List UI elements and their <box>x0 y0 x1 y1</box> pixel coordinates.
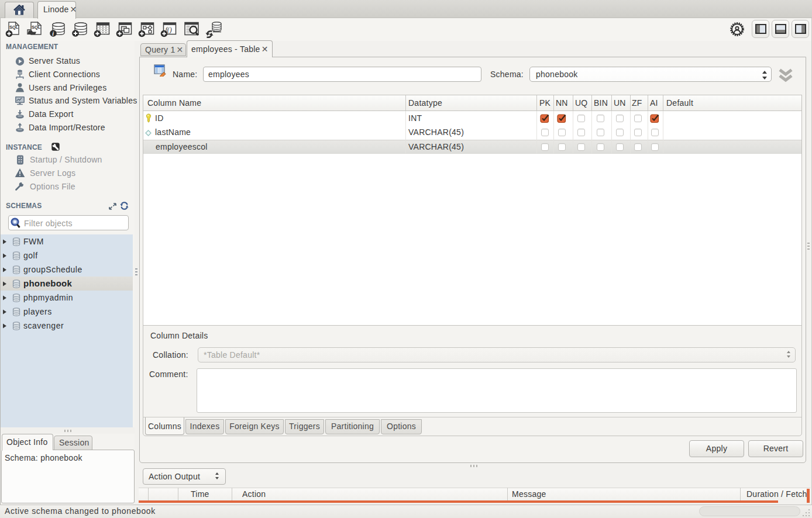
svg-text:i: i <box>52 30 54 37</box>
svg-text:SQL: SQL <box>32 25 41 30</box>
svg-text:SQL: SQL <box>9 25 19 30</box>
